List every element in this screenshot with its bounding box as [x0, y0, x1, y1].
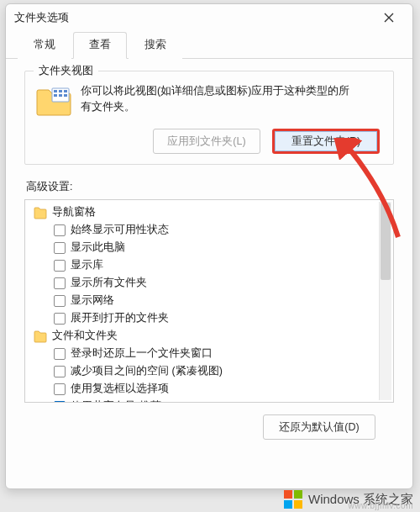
dialog-title: 文件夹选项 [14, 11, 374, 25]
windows-logo-icon [283, 489, 303, 509]
svg-rect-7 [284, 490, 292, 499]
titlebar: 文件夹选项 [6, 4, 412, 31]
tree-item-label: 显示所有文件夹 [71, 276, 147, 290]
folder-icon [35, 85, 72, 119]
checkbox[interactable] [54, 224, 66, 236]
scrollbar-thumb[interactable] [381, 203, 391, 280]
folder-views-group: 文件夹视图 你可以将此视图(如详细信息或图标)应用于这种类型的所 有文件夹。 应… [24, 71, 394, 165]
tree-item[interactable]: 显示库 [29, 256, 390, 274]
reset-folders-button[interactable]: 重置文件夹(R) [272, 129, 380, 154]
close-icon [384, 13, 394, 23]
category-label: 导航窗格 [52, 205, 96, 219]
tab-view[interactable]: 查看 [73, 32, 127, 59]
tree-item-label: 始终显示可用性状态 [71, 223, 169, 237]
svg-rect-6 [64, 94, 67, 97]
tree-item[interactable]: 使用复选框以选择项 [29, 380, 390, 398]
checkbox[interactable] [54, 313, 66, 325]
apply-to-folders-button: 应用到文件夹(L) [153, 129, 260, 154]
tree-item-label: 显示网络 [71, 293, 114, 308]
tree-item[interactable]: 减少项目之间的空间 (紧凑视图) [29, 362, 390, 380]
tree-item[interactable]: 显示此电脑 [29, 239, 390, 256]
tree-item-label: 显示此电脑 [71, 240, 125, 255]
advanced-settings-tree[interactable]: 导航窗格始终显示可用性状态显示此电脑显示库显示所有文件夹显示网络展开到打开的文件… [24, 199, 394, 403]
tree-item-label: 显示库 [71, 258, 103, 272]
checkbox[interactable] [54, 366, 66, 377]
svg-rect-2 [59, 90, 62, 92]
tree-item-label: 展开到打开的文件夹 [71, 311, 169, 325]
checkbox[interactable] [54, 295, 66, 307]
tree-item[interactable]: 显示网络 [29, 292, 390, 309]
svg-rect-8 [294, 490, 302, 499]
checkbox[interactable] [54, 348, 66, 360]
checkbox[interactable] [54, 401, 66, 403]
folder-views-legend: 文件夹视图 [34, 64, 98, 78]
svg-rect-10 [294, 500, 302, 509]
svg-rect-4 [54, 94, 57, 97]
svg-rect-5 [59, 94, 62, 97]
svg-rect-9 [284, 500, 292, 509]
tree-item-label: 使用复选框以选择项 [71, 382, 169, 396]
checkbox[interactable] [54, 383, 66, 395]
tree-item-label: 减少项目之间的空间 (紧凑视图) [71, 364, 223, 378]
tree-category[interactable]: 文件和文件夹 [29, 327, 390, 345]
tree-item[interactable]: 登录时还原上一个文件夹窗口 [29, 345, 390, 362]
tree-item[interactable]: 展开到打开的文件夹 [29, 309, 390, 327]
checkbox[interactable] [54, 277, 66, 289]
advanced-settings-label: 高级设置: [26, 180, 394, 194]
watermark: Windows 系统之家 www.bjjmlv.com [283, 489, 413, 509]
folder-views-description: 你可以将此视图(如详细信息或图标)应用于这种类型的所 有文件夹。 [81, 83, 349, 115]
restore-defaults-button[interactable]: 还原为默认值(D) [263, 414, 375, 440]
tab-general[interactable]: 常规 [18, 32, 71, 59]
folder-options-dialog: 文件夹选项 常规 查看 搜索 文件夹视图 你可以将此视图(如详细信息或图标)应用… [5, 3, 413, 489]
tab-content: 文件夹视图 你可以将此视图(如详细信息或图标)应用于这种类型的所 有文件夹。 应… [6, 59, 412, 448]
tree-item[interactable]: 显示所有文件夹 [29, 274, 390, 292]
checkbox[interactable] [54, 242, 66, 254]
checkbox[interactable] [54, 260, 66, 272]
svg-rect-3 [64, 90, 67, 92]
tab-bar: 常规 查看 搜索 [6, 31, 412, 59]
close-button[interactable] [374, 8, 404, 28]
tree-item-label: 使用共享向导(推荐) [71, 399, 165, 402]
tree-item-label: 登录时还原上一个文件夹窗口 [71, 346, 213, 361]
tree-item[interactable]: 始终显示可用性状态 [29, 221, 390, 239]
tab-search[interactable]: 搜索 [129, 32, 182, 59]
watermark-url: www.bjjmlv.com [349, 501, 413, 510]
tree-item[interactable]: 使用共享向导(推荐) [29, 398, 390, 402]
tree-category[interactable]: 导航窗格 [29, 203, 390, 221]
category-label: 文件和文件夹 [52, 329, 118, 343]
svg-rect-1 [54, 90, 57, 92]
